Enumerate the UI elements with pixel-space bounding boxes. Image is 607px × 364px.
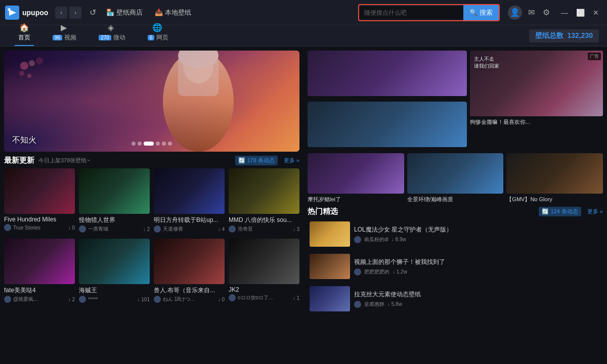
tab-video[interactable]: ▶ 96 视频 <box>40 21 86 46</box>
card-c7[interactable]: 兽人.布哥（音乐来自... ねん 18けつ... ↓ 0 <box>154 239 225 305</box>
hero-title: 不知火 <box>12 135 36 146</box>
hot-info: 拉克丝大元素使动态壁纸 皇甫惠静 ↓ 5.8w <box>354 290 601 308</box>
micro-icon: ◈ <box>108 23 114 32</box>
card-c3[interactable]: 明日方舟转载于B站up... 天道修善 ↓ 4 <box>154 168 225 235</box>
mail-button[interactable]: ✉ <box>526 6 537 19</box>
back-button[interactable]: ‹ <box>55 7 67 19</box>
main-content: 不知火 最新更新 今日上架378张壁纸~ 🔄 178 条动态 更多 » <box>0 47 607 364</box>
video-title-5: 【GMV】No Glory <box>506 196 603 203</box>
hot-item-h3[interactable]: 拉克丝大元素使动态壁纸 皇甫惠静 ↓ 5.8w <box>308 284 603 313</box>
search-button[interactable]: 🔍 搜索 <box>463 5 499 20</box>
dot-4[interactable] <box>156 142 160 146</box>
card-author: 天道修善 <box>163 225 216 233</box>
hero-dots <box>132 142 172 146</box>
card-downloads: ↓ 1 <box>293 295 299 301</box>
hot-header: 热门精选 🔄 124 条动态 更多 » <box>308 207 603 216</box>
card-downloads: ↓ 101 <box>138 297 150 302</box>
local-icon: 📥 <box>155 9 163 16</box>
close-button[interactable]: ✕ <box>590 8 602 18</box>
card-avatar <box>79 225 86 233</box>
hero-banner[interactable]: 不知火 <box>4 51 299 152</box>
tab-micro[interactable]: ◈ 270 微动 <box>86 21 136 46</box>
card-c2[interactable]: 怪物猎人世界 一席青城 ↓ 2 <box>79 168 150 235</box>
dot-1[interactable] <box>132 142 136 146</box>
latest-badge[interactable]: 🔄 178 条动态 <box>235 156 277 165</box>
hot-thumb <box>310 286 350 311</box>
avatar[interactable]: 👤 <box>508 6 522 20</box>
header-icons: 👤 ✉ ⚙ <box>508 6 552 20</box>
latest-more[interactable]: 更多 » <box>284 157 299 164</box>
forward-button[interactable]: › <box>69 7 81 19</box>
video-card-1[interactable]: 弱音赛高！（破音） <box>308 51 467 99</box>
hot-item-h1[interactable]: LOL魔法少女 星之守护者（无声版） 南瓜粉的di ↓ 8.9w <box>308 219 603 249</box>
card-title: fate美美哒4 <box>4 286 75 295</box>
refresh-button[interactable]: ↺ <box>88 6 98 19</box>
logo-icon <box>5 6 19 20</box>
card-author: @就爱疯... <box>13 296 66 303</box>
wallpaper-store-link[interactable]: 🏪 壁纸商店 <box>102 6 147 19</box>
card-author: ねん 18けつ... <box>163 296 216 303</box>
nav-arrows: ‹ › <box>55 7 81 19</box>
hot-item-h2[interactable]: 视频上面的那个狮子！被我找到了 肥肥肥肥的 ↓ 1.2w <box>308 252 603 281</box>
dot-2[interactable] <box>138 142 142 146</box>
ad-card[interactable]: 广告 主人不走 请我们回家 狗惨金撒嘛！最喜欢你... <box>470 51 603 149</box>
latest-row-1: Five Hundred Miles True Stories ↓ 0 怪物猎人… <box>4 168 299 235</box>
card-avatar <box>229 225 236 233</box>
hot-downloads: ↓ 1.2w <box>393 269 407 275</box>
hot-author: 南瓜粉的di <box>364 236 388 243</box>
dot-5[interactable] <box>162 142 166 146</box>
card-downloads: ↓ 0 <box>218 297 225 302</box>
video-card-3[interactable]: 摩托岁鳃lei了 <box>308 153 404 203</box>
left-panel: 不知火 最新更新 今日上架378张壁纸~ 🔄 178 条动态 更多 » <box>0 47 304 364</box>
card-title: 海贼王 <box>79 286 150 295</box>
logo: upupoo <box>5 6 48 20</box>
hot-downloads: ↓ 8.9w <box>392 237 406 242</box>
user-icon: 👤 <box>510 8 520 17</box>
card-title: Five Hundred Miles <box>4 216 75 223</box>
hot-more[interactable]: 更多 » <box>587 208 603 215</box>
search-input[interactable] <box>359 6 463 19</box>
card-c5[interactable]: fate美美哒4 @就爱疯... ↓ 2 <box>4 239 75 305</box>
hot-section: 热门精选 🔄 124 条动态 更多 » LOL魔法少女 星之守护者（无声版） 南… <box>308 207 603 360</box>
video-card-2[interactable]: 我来取拜泪啦 <box>308 102 467 150</box>
hot-item-title: 视频上面的那个狮子！被我找到了 <box>354 258 601 266</box>
ad-title: 狗惨金撒嘛！最喜欢你... <box>470 118 603 125</box>
maximize-button[interactable]: ⬜ <box>573 8 588 18</box>
hot-item-title: 拉克丝大元素使动态壁纸 <box>354 290 601 299</box>
svg-point-11 <box>27 74 31 78</box>
minimize-button[interactable]: — <box>558 8 571 18</box>
svg-point-10 <box>36 57 43 64</box>
tab-home[interactable]: 🏠 首页 <box>8 21 40 46</box>
hot-avatar <box>354 301 361 308</box>
wallpaper-total: 壁纸总数 132,230 <box>529 29 599 42</box>
hot-badge[interactable]: 🔄 124 条动态 <box>539 207 581 216</box>
card-c4[interactable]: MMD 八倍的快乐 sou... 浩奇亚 ↓ 3 <box>229 168 299 235</box>
hot-list: LOL魔法少女 星之守护者（无声版） 南瓜粉的di ↓ 8.9w 视频上面的那个… <box>308 219 603 313</box>
video-card-4[interactable]: 全景环绕/巅峰画质 <box>407 153 504 203</box>
card-author: ***** <box>88 297 136 302</box>
card-downloads: ↓ 4 <box>218 226 225 232</box>
web-icon: 🌐 <box>152 23 162 32</box>
card-avatar <box>229 294 236 301</box>
ad-text-line2: 请我们回家 <box>474 63 499 69</box>
latest-row-2: fate美美哒4 @就爱疯... ↓ 2 海贼王 ***** ↓ 101 <box>4 239 299 305</box>
hot-downloads: ↓ 5.8w <box>387 301 402 307</box>
video-title-4: 全景环绕/巅峰画质 <box>407 196 504 203</box>
local-wallpaper-link[interactable]: 📥 本地壁纸 <box>151 6 195 19</box>
home-icon: 🏠 <box>19 23 29 32</box>
card-c1[interactable]: Five Hundred Miles True Stories ↓ 0 <box>4 168 75 235</box>
dot-6[interactable] <box>168 142 172 146</box>
tab-web[interactable]: 🌐 6 网页 <box>136 21 179 46</box>
latest-section: 最新更新 今日上架378张壁纸~ 🔄 178 条动态 更多 » Five Hun… <box>4 156 299 305</box>
video-card-5[interactable]: 【GMV】No Glory <box>506 153 603 203</box>
dot-3[interactable] <box>144 142 154 146</box>
card-c8[interactable]: JK2 oロロ饮oロ了... ↓ 1 <box>229 239 299 305</box>
hot-author: 皇甫惠静 <box>364 301 384 308</box>
hot-avatar <box>354 236 361 243</box>
card-author: 一席青城 <box>88 225 141 233</box>
settings-button[interactable]: ⚙ <box>541 6 552 19</box>
card-avatar <box>4 224 11 231</box>
card-c6[interactable]: 海贼王 ***** ↓ 101 <box>79 239 150 305</box>
search-icon: 🔍 <box>469 9 478 16</box>
hot-info: 视频上面的那个狮子！被我找到了 肥肥肥肥的 ↓ 1.2w <box>354 258 601 276</box>
